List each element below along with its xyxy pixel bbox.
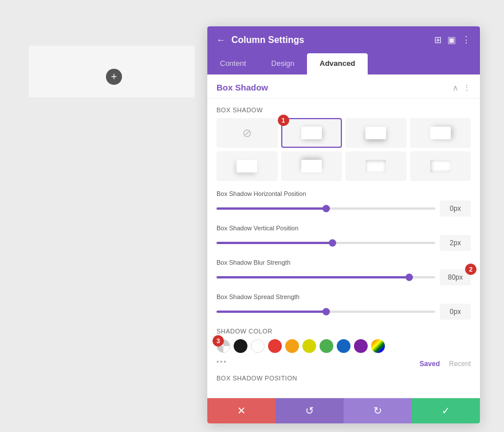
section-more-icon[interactable]: ⋮ (463, 83, 471, 92)
horizontal-position-row: Box Shadow Horizontal Position 0px (216, 190, 471, 217)
shadow-preset-none[interactable]: ⊘ (216, 118, 278, 148)
color-swatch-red[interactable] (268, 339, 282, 353)
horizontal-position-track[interactable] (216, 207, 435, 210)
preset-preview (301, 127, 322, 139)
collapse-icon[interactable]: ∧ (452, 83, 458, 92)
preset-preview (237, 160, 257, 172)
vertical-position-thumb[interactable] (329, 239, 336, 247)
preset-preview (365, 127, 386, 139)
color-swatch-green[interactable] (320, 339, 333, 353)
horizontal-position-thumb[interactable] (322, 205, 330, 213)
box-shadow-label: Box Shadow (216, 107, 471, 113)
color-badge: 3 (212, 335, 224, 347)
cancel-button[interactable]: ✕ (207, 398, 275, 423)
blur-badge: 2 (465, 264, 477, 275)
vertical-position-track[interactable] (216, 242, 435, 244)
tab-content[interactable]: Content (207, 53, 259, 74)
blur-strength-track[interactable] (216, 276, 435, 278)
shadow-preset-1[interactable]: 1 (281, 118, 342, 148)
panel-header-left: ← Column Settings (216, 35, 304, 45)
settings-icon[interactable]: ⊞ (434, 34, 442, 45)
color-swatch-white[interactable] (251, 339, 265, 353)
shadow-presets-grid: ⊘ 1 (216, 118, 471, 181)
color-swatch-black[interactable] (234, 339, 247, 353)
horizontal-position-control: 0px (216, 201, 471, 217)
panel-header: ← Column Settings ⊞ ▣ ⋮ (207, 26, 480, 53)
shadow-preset-5[interactable] (281, 151, 342, 181)
tabs-bar: Content Design Advanced (207, 53, 480, 74)
blur-strength-row: Box Shadow Blur Strength 80px 2 (216, 259, 471, 285)
shadow-preset-2[interactable] (345, 118, 407, 148)
color-tab-saved[interactable]: Saved (420, 360, 440, 368)
vertical-position-value: 2px (440, 235, 471, 251)
preset-preview (430, 127, 451, 139)
horizontal-position-label: Box Shadow Horizontal Position (216, 190, 471, 197)
content-area: Box Shadow ⊘ 1 (207, 99, 480, 398)
vertical-position-label: Box Shadow Vertical Position (216, 225, 471, 231)
more-options-button[interactable]: ••• (216, 358, 227, 366)
blur-strength-label: Box Shadow Blur Strength (216, 259, 471, 266)
color-swatch-blue[interactable] (337, 339, 351, 353)
horizontal-position-fill (216, 207, 326, 210)
preset-preview (430, 160, 451, 172)
preset-preview (365, 160, 386, 172)
spread-strength-track[interactable] (216, 311, 435, 313)
spread-strength-fill (216, 311, 326, 313)
preset-preview (301, 160, 322, 172)
tab-advanced[interactable]: Advanced (307, 53, 368, 74)
section-controls: ∧ ⋮ (452, 83, 471, 92)
spread-strength-control: 0px (216, 304, 471, 320)
blur-strength-value: 80px 2 (440, 269, 471, 285)
shadow-color-row: Shadow Color 3 ••• (216, 328, 471, 368)
blur-strength-fill (216, 276, 409, 278)
horizontal-position-value: 0px (440, 201, 471, 217)
color-swatch-custom[interactable] (371, 339, 385, 353)
spread-strength-thumb[interactable] (322, 308, 330, 316)
redo-button[interactable]: ↻ (344, 398, 412, 423)
add-element-button[interactable]: + (106, 69, 122, 85)
box-shadow-position-label: Box Shadow Position (216, 375, 471, 382)
layout-icon[interactable]: ▣ (447, 34, 456, 45)
tab-design[interactable]: Design (259, 53, 307, 74)
shadow-preset-3[interactable] (410, 118, 471, 148)
shadow-preset-7[interactable] (410, 151, 471, 181)
shadow-color-label: Shadow Color (216, 328, 471, 335)
panel-title: Column Settings (231, 35, 304, 45)
color-tabs: Saved Recent (420, 360, 471, 368)
section-header: Box Shadow ∧ ⋮ (207, 74, 480, 99)
preset-badge: 1 (278, 115, 289, 126)
blur-strength-thumb[interactable] (405, 274, 413, 281)
more-icon[interactable]: ⋮ (462, 34, 471, 45)
blur-strength-control: 80px 2 (216, 269, 471, 285)
color-swatch-orange[interactable] (285, 339, 299, 353)
save-button[interactable]: ✓ (412, 398, 480, 423)
section-title: Box Shadow (216, 83, 268, 92)
color-swatch-purple[interactable] (354, 339, 368, 353)
spread-strength-value: 0px (440, 304, 471, 320)
back-button[interactable]: ← (216, 35, 226, 45)
shadow-preset-6[interactable] (345, 151, 407, 181)
spread-strength-row: Box Shadow Spread Strength 0px (216, 293, 471, 320)
vertical-position-control: 2px (216, 235, 471, 251)
reset-button[interactable]: ↺ (275, 398, 344, 423)
shadow-preset-4[interactable] (216, 151, 278, 181)
color-swatch-transparent[interactable]: 3 (216, 339, 230, 353)
color-tab-recent[interactable]: Recent (449, 360, 471, 368)
panel-body: Box Shadow ∧ ⋮ Box Shadow ⊘ 1 (207, 74, 480, 398)
column-settings-panel: ← Column Settings ⊞ ▣ ⋮ Content Design A… (207, 26, 480, 423)
color-swatches: 3 (216, 339, 471, 353)
color-swatch-yellow[interactable] (302, 339, 316, 353)
vertical-position-row: Box Shadow Vertical Position 2px (216, 225, 471, 251)
panel-header-icons: ⊞ ▣ ⋮ (434, 34, 471, 45)
spread-strength-label: Box Shadow Spread Strength (216, 293, 471, 300)
panel-footer: ✕ ↺ ↻ ✓ (207, 398, 480, 423)
box-shadow-position-section: Box Shadow Position (216, 375, 471, 382)
vertical-position-fill (216, 242, 332, 244)
